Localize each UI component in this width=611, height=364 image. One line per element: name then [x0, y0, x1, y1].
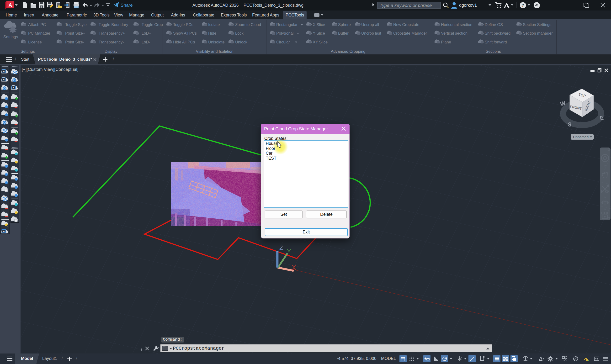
svg-text:A: A: [8, 2, 12, 8]
svg-text:Y: Y: [287, 248, 291, 255]
svg-text:?: ?: [522, 3, 524, 8]
svg-text:Z: Z: [279, 244, 283, 251]
svg-text:S: S: [567, 121, 572, 128]
svg-text:X: X: [292, 264, 296, 271]
svg-text:W: W: [560, 100, 566, 107]
